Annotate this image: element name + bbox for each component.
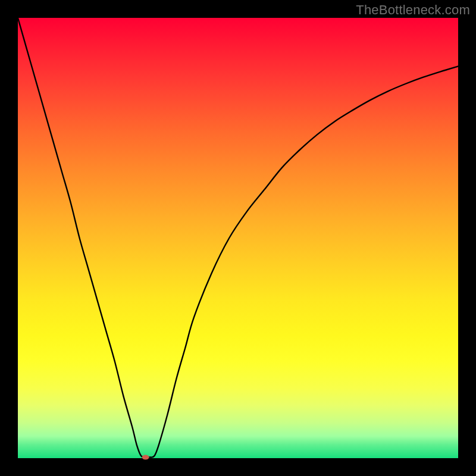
chart-frame: TheBottleneck.com [0, 0, 476, 476]
watermark-text: TheBottleneck.com [356, 2, 470, 18]
curve-svg [18, 18, 458, 458]
min-point-marker [142, 455, 149, 460]
plot-area [18, 18, 458, 458]
bottleneck-curve [18, 18, 458, 458]
